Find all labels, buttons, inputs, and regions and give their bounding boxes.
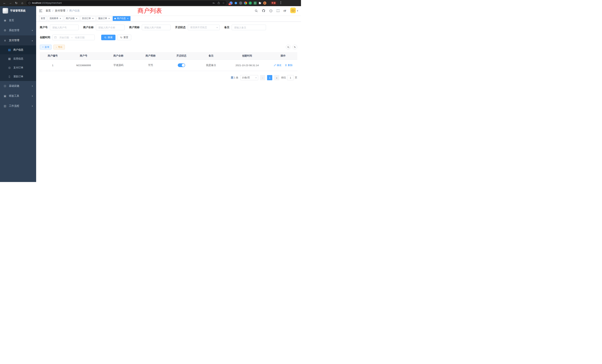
extensions-puzzle-icon[interactable] — [258, 1, 261, 5]
active-dot — [114, 18, 116, 19]
help-icon[interactable]: ? — [269, 9, 272, 12]
sidebar-item-workflow[interactable]: ▥ 工作流程 ▾ — [0, 101, 36, 111]
refresh-icon: ↻ — [294, 46, 296, 49]
tags-view: 首页 流程表单 × 用户分组 × 支付订单 × 退款订单 × 商户信息 × — [36, 15, 301, 22]
merchant-no-input[interactable] — [50, 25, 79, 30]
sidebar-item-refund-order[interactable]: ▯ 退款订单 — [0, 72, 36, 81]
sidebar-item-system[interactable]: ⚙ 系统管理 ▾ — [0, 25, 36, 35]
search-button[interactable]: 搜索 — [101, 35, 116, 40]
create-time-range-picker[interactable]: - — [53, 35, 95, 40]
extension-icon-2[interactable] — [235, 2, 237, 4]
dashboard-icon: ◉ — [3, 19, 7, 22]
sidebar-item-dev-tools[interactable]: ▣ 研发工具 ▾ — [0, 91, 36, 101]
extensions-area: 10 ✓ 更新 — [229, 1, 281, 5]
sidebar-item-label: 应用信息 — [13, 57, 33, 60]
sidebar-item-app-info[interactable]: ▦ 应用信息 — [0, 54, 36, 63]
date-end-input[interactable] — [73, 36, 86, 39]
prev-page-button[interactable]: ‹ — [260, 75, 265, 80]
export-button[interactable]: ↓ 导出 — [53, 45, 65, 50]
breadcrumb-item-payment[interactable]: 支付管理 — [55, 9, 65, 12]
tab-process-form[interactable]: 流程表单 × — [48, 16, 63, 21]
date-start-input[interactable] — [57, 36, 71, 39]
grid-icon: ▦ — [8, 57, 11, 60]
sidebar-item-label: 系统管理 — [9, 29, 32, 32]
bookmark-star-icon[interactable]: ☆ — [222, 1, 225, 4]
sidebar-item-pay-order[interactable]: ◎ 支付订单 — [0, 63, 36, 72]
page-size-select[interactable]: 10条/页 ▾ — [240, 75, 258, 80]
close-icon[interactable]: × — [76, 17, 78, 20]
col-merchant-no: 商户号 — [66, 52, 102, 60]
tab-home[interactable]: 首页 — [39, 16, 47, 21]
sidebar-item-merchant-info[interactable]: ▤ 商户信息 — [0, 45, 36, 54]
short-name-input[interactable] — [142, 25, 171, 30]
sidebar-submenu-payment: ▤ 商户信息 ▦ 应用信息 ◎ 支付订单 ▯ 退款订单 — [0, 45, 36, 81]
remark-input[interactable] — [232, 25, 266, 30]
close-icon[interactable]: × — [92, 17, 94, 20]
status-select[interactable]: 请选择开启状态 ▾ — [188, 25, 220, 30]
sidebar-item-label: 支付订单 — [13, 66, 33, 69]
search-icon[interactable] — [255, 9, 258, 12]
toggle-search-button[interactable] — [286, 45, 291, 50]
browser-back-icon[interactable]: ← — [2, 1, 7, 5]
next-page-button[interactable]: › — [274, 75, 279, 80]
refresh-table-button[interactable]: ↻ — [292, 45, 297, 50]
user-avatar — [290, 8, 296, 14]
col-remark: 备注 — [197, 52, 225, 60]
sidebar-item-label: 研发工具 — [9, 94, 32, 98]
tab-label: 用户分组 — [66, 17, 75, 20]
delete-link[interactable]: 删除 — [285, 64, 292, 67]
browser-profile-avatar[interactable] — [263, 1, 266, 5]
browser-update-button[interactable]: 更新 — [270, 1, 277, 5]
fullscreen-icon[interactable] — [277, 9, 280, 12]
search-form-row-1: 商户号 商户全称 商户简称 开启状态 请选择开启状态 ▾ — [40, 25, 297, 30]
sidebar-item-label: 退款订单 — [13, 75, 33, 78]
tab-user-group[interactable]: 用户分组 × — [64, 16, 79, 21]
hamburger-icon[interactable] — [39, 10, 43, 12]
extension-icon-5[interactable]: ✓ — [249, 1, 252, 5]
add-button[interactable]: + 新增 — [40, 45, 52, 50]
tab-label: 退款订单 — [98, 17, 107, 20]
card-icon: ▤ — [8, 48, 11, 52]
extension-icon-3[interactable] — [239, 1, 242, 5]
app-logo[interactable]: 芋道管理系统 — [0, 6, 36, 15]
status-toggle[interactable] — [178, 63, 185, 67]
close-icon[interactable]: × — [127, 17, 129, 20]
browser-home-icon[interactable]: ⌂ — [20, 1, 25, 5]
sidebar-item-payment[interactable]: ¥ 支付管理 ▴ — [0, 35, 36, 45]
close-icon[interactable]: × — [108, 17, 110, 20]
reset-button[interactable]: ↻ 重置 — [117, 35, 131, 40]
extension-icon-1[interactable]: 10 — [229, 1, 233, 5]
goto-page-input[interactable] — [287, 75, 294, 80]
site-info-icon[interactable]: i — [28, 2, 31, 4]
full-name-input[interactable] — [96, 25, 125, 30]
sidebar-item-home[interactable]: ◉ 首页 — [0, 15, 36, 25]
sidebar-item-label: 工作流程 — [9, 104, 32, 108]
tab-refund-order[interactable]: 退款订单 × — [97, 16, 112, 21]
browser-menu-icon[interactable] — [280, 1, 281, 5]
breadcrumb-item-home[interactable]: 首页 — [46, 9, 51, 12]
url-path: :1024/pay/merchant — [41, 2, 62, 4]
font-size-icon[interactable]: tT — [284, 9, 286, 12]
browser-chrome: ← → ↻ ⌂ i localhost:1024/pay/merchant ☆ … — [0, 0, 301, 6]
remark-label: 备注 — [224, 26, 229, 29]
edit-link[interactable]: 修改 — [274, 64, 281, 67]
share-icon[interactable] — [217, 2, 220, 4]
user-menu[interactable]: ▾ — [290, 8, 298, 14]
tab-pay-order[interactable]: 支付订单 × — [80, 16, 96, 21]
browser-forward-icon[interactable]: → — [8, 1, 13, 5]
col-merchant-id: 商户编号 — [40, 52, 66, 60]
extension-icon-4[interactable] — [244, 1, 247, 5]
page-size-value: 10条/页 — [242, 76, 250, 79]
close-icon[interactable]: × — [59, 17, 62, 20]
github-icon[interactable] — [262, 9, 265, 12]
cell-create-time: 2021-10-23 08:31:14 — [225, 60, 269, 71]
browser-refresh-icon[interactable]: ↻ — [14, 1, 19, 5]
sidebar-item-infrastructure[interactable]: ⊡ 基础设施 ▾ — [0, 81, 36, 91]
tab-merchant-info[interactable]: 商户信息 × — [113, 16, 130, 21]
address-bar[interactable]: i localhost:1024/pay/merchant ☆ — [26, 1, 226, 5]
extension-icon-6[interactable] — [254, 1, 257, 5]
gear-icon: ⚙ — [3, 29, 7, 32]
page-1-button[interactable]: 1 — [267, 75, 272, 80]
password-key-icon[interactable] — [212, 2, 215, 4]
breadcrumb: 首页 / 支付管理 / 商户信息 — [46, 9, 80, 12]
